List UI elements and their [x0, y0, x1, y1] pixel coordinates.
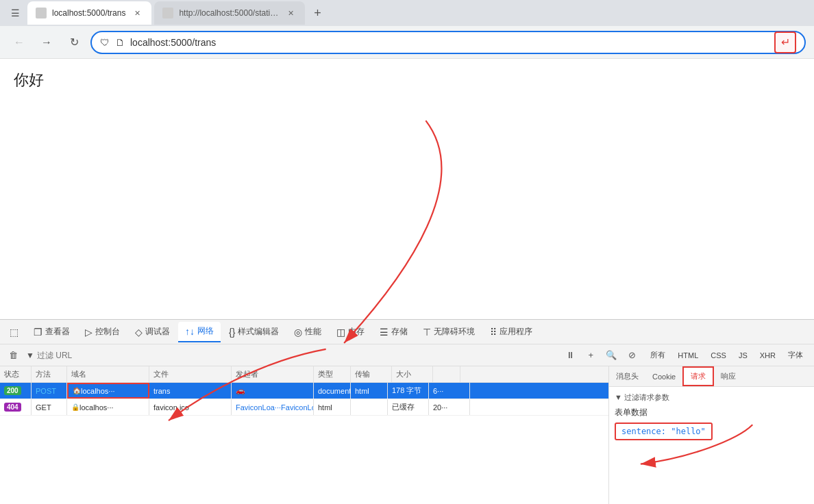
tab-close-2[interactable]: ✕ — [284, 7, 297, 19]
devtools-tab-storage-label: 存储 — [391, 326, 408, 338]
devtools-tab-performance-label: 性能 — [305, 326, 321, 338]
filter-css[interactable]: CSS — [705, 350, 732, 361]
row1-type2 — [351, 399, 388, 415]
reload-button[interactable]: ↻ — [63, 32, 85, 53]
status-badge-404: 404 — [4, 403, 21, 412]
filter-params-label: ▼ 过滤请求参数 — [615, 392, 809, 403]
tab-1[interactable]: localhost:5000/trans ✕ — [27, 1, 151, 25]
tab-title-2: http://localhost:5000/static/pr — [179, 8, 279, 18]
network-row-1[interactable]: 404 GET 🔒 localhos··· favicon.ico Favico… — [0, 399, 608, 416]
devtools-tab-memory[interactable]: ◫ 内存 — [330, 322, 371, 342]
address-text: localhost:5000/trans — [130, 37, 769, 48]
network-row-0[interactable]: 200 POST 🏠 localhos··· trans 🚗 — [0, 383, 608, 399]
tab-2[interactable]: http://localhost:5000/static/pr ✕ — [154, 1, 305, 25]
elements-icon: ❐ — [34, 327, 42, 338]
tab-favicon-1 — [36, 8, 47, 18]
row1-transfer-text: 已缓存 — [392, 402, 415, 412]
devtools-tab-accessibility[interactable]: ⊤ 无障碍环境 — [416, 322, 482, 342]
console-icon: ▷ — [85, 327, 92, 338]
col-header-type: 类型 — [314, 366, 351, 382]
back-button[interactable]: ← — [8, 32, 30, 53]
col-header-transfer: 传输 — [351, 366, 392, 382]
rp-tab-response[interactable]: 响应 — [714, 366, 743, 386]
debugger-icon: ◇ — [135, 327, 143, 338]
filter-url-input[interactable] — [37, 351, 133, 360]
devtools-tab-inspect[interactable]: ⬚ — [3, 322, 25, 342]
form-data-label: 表单数据 — [615, 407, 809, 418]
browser-frame: ☰ localhost:5000/trans ✕ http://localhos… — [0, 0, 814, 504]
filter-js[interactable]: JS — [733, 350, 753, 361]
search-button[interactable]: 🔍 — [604, 348, 619, 363]
request-panel-content: ▼ 过滤请求参数 表单数据 sentence: "hello" — [609, 387, 814, 504]
network-body: 状态 方法 域名 文件 发起者 类型 传输 大小 200 — [0, 366, 814, 504]
network-icon: ↑↓ — [185, 326, 195, 337]
row0-type-text: document — [318, 387, 351, 395]
row0-domain-text: localhos··· — [81, 387, 115, 395]
row0-initiator: 🚗 — [232, 383, 314, 399]
row0-size: 6··· — [429, 383, 470, 399]
address-input-wrap[interactable]: 🛡 🗋 localhost:5000/trans ↵ — [90, 31, 806, 54]
row1-initiator-fallback: FaviconLoa··· — [281, 403, 314, 412]
filter-font[interactable]: 字体 — [782, 349, 809, 362]
devtools-tab-style-editor[interactable]: {} 样式编辑器 — [222, 322, 286, 342]
tab-title-1: localhost:5000/trans — [52, 8, 125, 18]
devtools-tab-network[interactable]: ↑↓ 网络 — [178, 322, 221, 342]
devtools-tab-application-label: 应用程序 — [500, 326, 532, 338]
accessibility-icon: ⊤ — [423, 327, 431, 338]
page-content: 你好 — [0, 59, 814, 319]
devtools-tab-performance[interactable]: ◎ 性能 — [287, 322, 328, 342]
forward-button[interactable]: → — [36, 32, 58, 53]
row0-domain: 🏠 localhos··· — [67, 383, 149, 399]
col-header-initiator: 发起者 — [232, 366, 314, 382]
application-icon: ⠿ — [490, 327, 497, 338]
rp-tab-cookie[interactable]: Cookie — [645, 366, 682, 386]
new-tab-button[interactable]: + — [308, 3, 327, 23]
filter-all[interactable]: 所有 — [645, 349, 671, 362]
devtools-tab-debugger[interactable]: ◇ 调试器 — [128, 322, 177, 342]
nav-arrow-button[interactable]: ↵ — [774, 32, 796, 53]
row1-method: GET — [32, 399, 67, 415]
devtools-tab-debugger-label: 调试器 — [145, 326, 170, 338]
col-header-time — [433, 366, 460, 382]
clear-button[interactable]: 🗑 — [5, 348, 21, 363]
rp-tab-request[interactable]: 请求 — [682, 366, 714, 386]
filter-xhr[interactable]: XHR — [754, 350, 781, 361]
devtools-tab-application[interactable]: ⠿ 应用程序 — [483, 322, 539, 342]
add-button[interactable]: + — [583, 348, 598, 363]
row0-method: POST — [32, 383, 67, 399]
row0-status: 200 — [0, 383, 32, 399]
devtools-tab-network-label: 网络 — [197, 325, 214, 337]
devtools-tab-style-editor-label: 样式编辑器 — [238, 326, 279, 338]
request-panel: 消息头 Cookie 请求 响应 ▼ 过滤请求参数 表单数据 sentence:… — [608, 366, 814, 504]
filter-type-buttons: 所有 HTML CSS JS XHR 字体 — [645, 349, 809, 362]
param-value: sentence: "hello" — [615, 423, 713, 440]
row1-type: html — [314, 399, 351, 415]
devtools-tab-elements[interactable]: ❐ 查看器 — [27, 322, 77, 342]
network-toolbar: 🗑 ▼ ⏸ + 🔍 ⊘ 所有 HTML CSS JS XHR 字体 — [0, 344, 814, 366]
browser-menu-icon[interactable]: ☰ — [5, 3, 25, 23]
storage-icon: ☰ — [380, 327, 388, 338]
row0-size-text: 6··· — [433, 387, 443, 395]
filter-icon-small: ▼ — [615, 393, 622, 401]
col-header-status: 状态 — [0, 366, 32, 382]
pause-button[interactable]: ⏸ — [563, 348, 578, 363]
row0-file-text: trans — [153, 387, 170, 395]
devtools-tab-console[interactable]: ▷ 控制台 — [78, 322, 127, 342]
row0-initiator-icon: 🚗 — [236, 386, 245, 395]
network-header-row: 状态 方法 域名 文件 发起者 类型 传输 大小 — [0, 366, 608, 383]
block-button[interactable]: ⊘ — [624, 348, 639, 363]
tab-close-1[interactable]: ✕ — [131, 7, 143, 19]
row1-initiator-text: FaviconLoa··· — [236, 403, 281, 412]
rp-tab-message-head[interactable]: 消息头 — [609, 366, 645, 386]
row1-domain-text: localhos··· — [79, 403, 114, 412]
row1-initiator: FaviconLoa··· FaviconLoa··· — [232, 399, 314, 415]
row0-type2: html — [351, 383, 388, 399]
devtools-tab-storage[interactable]: ☰ 存储 — [373, 322, 415, 342]
devtools-tab-memory-label: 内存 — [348, 326, 365, 338]
row1-size-text: 20··· — [433, 403, 447, 412]
filter-icon: ▼ — [26, 351, 34, 360]
filter-html[interactable]: HTML — [672, 350, 704, 361]
row1-type-text: html — [318, 403, 332, 412]
col-header-size: 大小 — [392, 366, 433, 382]
performance-icon: ◎ — [294, 327, 302, 338]
